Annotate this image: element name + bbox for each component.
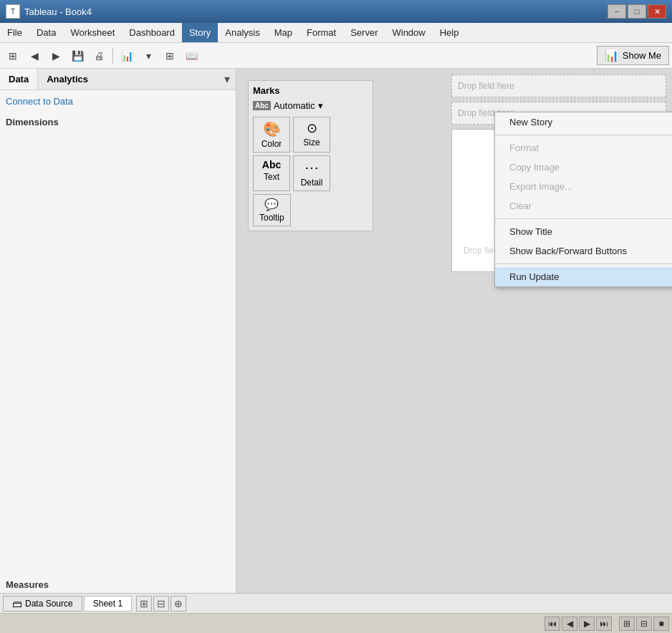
toolbar-table-btn[interactable]: ⊞ [160,46,180,66]
marks-buttons: 🎨 Color ⊙ Size Abc Text ⋯ Detail 💬 T [253,117,368,226]
new-dashboard-btn[interactable]: ⊟ [153,596,169,612]
status-bar: ⏮ ◀ ▶ ⏭ ⊞ ⊟ ■ [0,613,672,633]
toolbar-back-btn[interactable]: ◀ [24,46,44,66]
toolbar-print-btn[interactable]: 🖨 [89,46,109,66]
panel-tab-dropdown[interactable]: ▾ [219,72,236,86]
connect-to-data-link[interactable]: Connect to Data [0,90,236,112]
drop-zone-1[interactable]: Drop field here [451,74,666,97]
dd-show-title[interactable]: Show Title [495,222,672,241]
dd-clear[interactable]: Clear [495,196,672,216]
main-layout: Data Analytics ▾ Connect to Data Dimensi… [0,69,672,593]
menu-data[interactable]: Data [29,23,63,42]
dd-copy-image[interactable]: Copy Image [495,158,672,177]
toolbar-chart-dropdown[interactable]: ▾ [138,46,158,66]
nav-next-btn[interactable]: ▶ [579,617,595,631]
canvas-area: Marks Abc Automatic ▾ 🎨 Color ⊙ Size Abc… [236,69,672,593]
dd-sep-1 [495,135,672,135]
toolbar-story-btn[interactable]: 📖 [181,46,201,66]
drop-zone-1-text: Drop field here [458,81,514,91]
view-grid-btn[interactable]: ⊞ [619,617,635,631]
tab-sheet-1[interactable]: Sheet 1 [84,596,132,612]
window-controls: − □ ✕ [608,4,666,19]
new-worksheet-btn[interactable]: ⊞ [136,596,152,612]
data-source-label: Data Source [25,599,73,609]
nav-prev-btn[interactable]: ◀ [562,617,577,631]
left-panel: Data Analytics ▾ Connect to Data Dimensi… [0,69,236,593]
dd-new-story[interactable]: New Story [495,112,672,132]
dd-format[interactable]: Format [495,138,672,158]
menu-window[interactable]: Window [385,23,432,42]
marks-type-label: Automatic [274,100,315,111]
maximize-button[interactable]: □ [628,4,646,19]
marks-type-dropdown-icon[interactable]: ▾ [318,100,323,111]
tab-analytics[interactable]: Analytics [38,69,97,90]
minimize-button[interactable]: − [608,4,626,19]
menu-dashboard[interactable]: Dashboard [122,23,182,42]
menu-bar: File Data Worksheet Dashboard Story Anal… [0,23,672,43]
text-icon: Abc [262,159,281,170]
tooltip-label: Tooltip [259,213,284,223]
data-analytics-tabs: Data Analytics ▾ [0,69,236,90]
toolbar-separator-1 [112,48,113,64]
menu-help[interactable]: Help [433,23,466,42]
app-icon: T [6,4,20,19]
dd-show-back-forward[interactable]: Show Back/Forward Buttons [495,241,672,261]
menu-worksheet[interactable]: Worksheet [63,23,122,42]
dimensions-content [0,130,236,575]
toolbar-save-btn[interactable]: 💾 [67,46,87,66]
title-bar: T Tableau - Book4 − □ ✕ [0,0,672,23]
window-title: Tableau - Book4 [24,6,608,17]
view-fill-btn[interactable]: ■ [653,617,669,631]
nav-last-btn[interactable]: ⏭ [596,617,612,631]
menu-server[interactable]: Server [343,23,385,42]
data-source-icon: 🗃 [12,598,22,609]
close-button[interactable]: ✕ [648,4,666,19]
detail-label: Detail [301,178,323,188]
detail-icon: ⋯ [304,159,319,176]
toolbar-forward-btn[interactable]: ▶ [46,46,66,66]
dd-sep-3 [495,264,672,264]
tooltip-icon: 💬 [264,198,279,211]
dimensions-header: Dimensions [0,112,236,130]
menu-analysis[interactable]: Analysis [218,23,267,42]
menu-file[interactable]: File [0,23,29,42]
dd-sep-2 [495,218,672,219]
mark-text-btn[interactable]: Abc Text [253,155,290,191]
new-sheet-buttons: ⊞ ⊟ ⊕ [136,596,186,612]
new-story-btn[interactable]: ⊕ [171,596,186,612]
abc-label: Abc [253,101,271,110]
mark-color-btn[interactable]: 🎨 Color [253,117,290,153]
text-label: Text [264,172,279,182]
nav-first-btn[interactable]: ⏮ [544,617,560,631]
dd-export-image[interactable]: Export Image... [495,177,672,196]
story-dropdown-menu: New Story Format Copy Image Export Image… [494,112,672,287]
marks-card: Marks Abc Automatic ▾ 🎨 Color ⊙ Size Abc… [248,80,373,231]
measures-header: Measures [0,575,236,593]
show-me-chart-icon: 📊 [605,49,619,62]
tab-data-source[interactable]: 🗃 Data Source [3,596,82,612]
mark-tooltip-btn[interactable]: 💬 Tooltip [253,194,291,226]
menu-format[interactable]: Format [299,23,343,42]
toolbar-chart-btn[interactable]: 📊 [117,46,137,66]
show-me-label: Show Me [623,50,661,61]
toolbar-grid-btn[interactable]: ⊞ [3,46,23,66]
size-icon: ⊙ [307,120,317,136]
show-me-button[interactable]: 📊 Show Me [597,46,669,65]
menu-story[interactable]: Story [182,23,218,42]
menu-map[interactable]: Map [267,23,299,42]
mark-size-btn[interactable]: ⊙ Size [293,117,330,153]
size-label: Size [303,137,320,148]
bottom-tabs: 🗃 Data Source Sheet 1 ⊞ ⊟ ⊕ [0,593,672,613]
dd-run-update[interactable]: Run Update [495,267,672,286]
view-list-btn[interactable]: ⊟ [636,617,652,631]
toolbar: ⊞ ◀ ▶ 💾 🖨 📊 ▾ ⊞ 📖 📊 Show Me [0,43,672,69]
color-label: Color [261,139,282,149]
marks-type: Abc Automatic ▾ [253,100,368,111]
mark-detail-btn[interactable]: ⋯ Detail [293,155,330,191]
marks-header: Marks [253,85,368,96]
color-icon: 🎨 [263,120,281,137]
tab-data[interactable]: Data [0,69,38,90]
